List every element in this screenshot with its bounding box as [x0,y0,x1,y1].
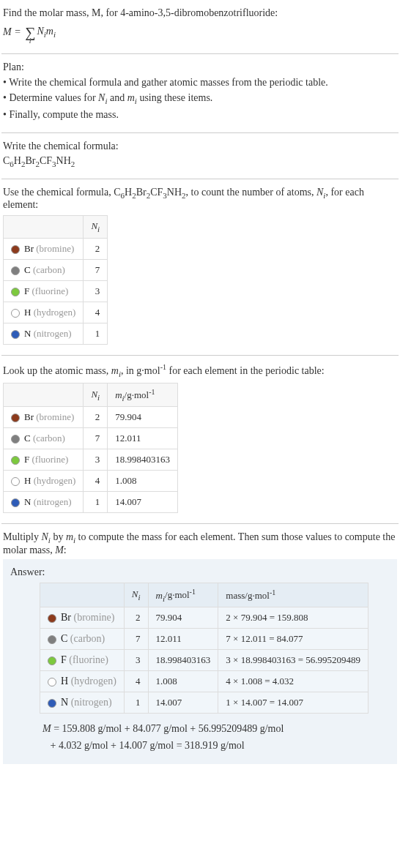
element-dot-icon [48,614,56,623]
lookup-ni-header: Ni [84,383,108,407]
mi-cell: 1.008 [108,471,178,492]
element-cell: C (carbon) [4,428,84,449]
element-dot-icon [11,435,20,444]
count-atoms-intro: Use the chemical formula, C6H2Br2CF3NH2,… [3,187,397,212]
table-row: F (fluorine)3 [4,281,108,302]
mass-cell: 1 × 14.007 = 14.007 [218,692,368,714]
final-eq-line2: + 4.032 g/mol + 14.007 g/mol = 318.919 g… [51,740,245,751]
element-dot-icon [11,309,20,318]
count-atoms-section: Use the chemical formula, C6H2Br2CF3NH2,… [1,179,399,355]
mult-d: : [64,545,67,555]
answer-block: Answer: Ni mi/g·mol-1 mass/g·mol-1 Br (b… [3,559,397,764]
mi-cell: 12.011 [108,428,178,449]
ni-cell: 1 [84,323,108,345]
table-row: Br (bromine)2 [4,239,108,260]
table-row: C (carbon)712.0117 × 12.011 = 84.077 [40,629,368,650]
element-cell: F (fluorine) [4,281,84,302]
table-row: C (carbon)7 [4,260,108,281]
table-row: N (nitrogen)1 [4,323,108,345]
intro-text: Find the molar mass, M, for 4-amino-3,5-… [3,7,278,18]
mult-b: by [51,531,66,542]
mass-cell: 4 × 1.008 = 4.032 [218,671,368,692]
ni-cell: 1 [84,492,108,513]
mi-cell: 14.007 [148,692,218,714]
element-cell: F (fluorine) [4,449,84,471]
ni-cell: 7 [84,428,108,449]
element-dot-icon [48,656,56,665]
mi-cell: 12.011 [148,629,218,650]
mi-cell: 18.998403163 [108,449,178,471]
ni-cell: 2 [84,239,108,260]
ni-cell: 7 [84,260,108,281]
element-dot-icon [11,288,20,296]
mass-cell: 2 × 79.904 = 159.808 [218,607,368,629]
element-cell: C (carbon) [40,629,125,650]
count-intro-a: Use the chemical formula, [3,187,114,198]
ni-cell: 3 [84,281,108,302]
ni-col-header: Ni [84,216,108,239]
write-formula-header: Write the chemical formula: [3,141,397,152]
chemical-formula: C6H2Br2CF3NH2 [3,155,397,168]
table-row: C (carbon)712.011 [4,428,178,449]
element-dot-icon [11,330,20,339]
plan-bullet-1: • Write the chemical formula and gather … [3,75,397,90]
table-row: F (fluorine)318.998403163 [4,449,178,471]
ni-cell: 4 [84,471,108,492]
mass-cell: 7 × 12.011 = 84.077 [218,629,368,650]
table-row: N (nitrogen)114.0071 × 14.007 = 14.007 [40,692,368,714]
plan-section: Plan: • Write the chemical formula and g… [1,53,399,132]
ni-cell: 2 [84,407,108,428]
mi-cell: 18.998403163 [148,650,218,671]
plan-bullet-2: • Determine values for Ni and mi using t… [3,90,397,107]
element-dot-icon [11,245,20,254]
element-dot-icon [11,456,20,465]
mi-cell: 79.904 [148,607,218,629]
element-cell: H (hydrogen) [40,671,125,692]
element-cell: F (fluorine) [40,650,125,671]
mi-cell: 79.904 [108,407,178,428]
element-dot-icon [11,498,20,507]
ni-cell: 4 [124,671,148,692]
element-dot-icon [11,266,20,275]
mi-cell: 14.007 [108,492,178,513]
ni-cell: 4 [84,302,108,323]
answer-label: Answer: [10,566,390,578]
mi-cell: 1.008 [148,671,218,692]
ni-cell: 7 [124,629,148,650]
table-row: Br (bromine)279.904 [4,407,178,428]
answer-table: Ni mi/g·mol-1 mass/g·mol-1 Br (bromine)2… [40,583,368,714]
answer-mi-header: mi/g·mol-1 [148,583,218,607]
plan-header: Plan: [3,61,397,73]
ni-cell: 3 [84,449,108,471]
element-cell: H (hydrogen) [4,302,84,323]
mass-cell: 3 × 18.998403163 = 56.995209489 [218,650,368,671]
plan-bullet-3: • Finally, compute the mass. [3,107,397,122]
multiply-section: Multiply Ni by mi to compute the mass fo… [1,523,399,774]
lookup-intro: Look up the atomic mass, mi, in g·mol-1 … [3,363,397,378]
table-row: H (hydrogen)4 [4,302,108,323]
ni-cell: 3 [124,650,148,671]
element-dot-icon [48,678,56,686]
element-dot-icon [11,414,20,422]
element-cell: Br (bromine) [4,239,84,260]
write-formula-section: Write the chemical formula: C6H2Br2CF3NH… [1,132,399,179]
element-cell: N (nitrogen) [40,692,125,714]
table-row: H (hydrogen)41.0084 × 1.008 = 4.032 [40,671,368,692]
element-dot-icon [48,699,56,708]
intro-section: Find the molar mass, M, for 4-amino-3,5-… [1,3,399,53]
table-row: F (fluorine)318.9984031633 × 18.99840316… [40,650,368,671]
lookup-mi-header: mi/g·mol-1 [108,383,178,407]
answer-mass-header: mass/g·mol-1 [218,583,368,607]
element-cell: H (hydrogen) [4,471,84,492]
element-cell: N (nitrogen) [4,492,84,513]
ni-cell: 1 [124,692,148,714]
multiply-intro: Multiply Ni by mi to compute the mass fo… [3,531,397,556]
intro-line: Find the molar mass, M, for 4-amino-3,5-… [3,6,397,20]
final-equation: M = 159.808 g/mol + 84.077 g/mol + 56.99… [40,721,390,754]
mult-a: Multiply [3,531,42,542]
lookup-intro-a: Look up the atomic mass, [3,365,111,376]
element-cell: Br (bromine) [4,407,84,428]
table-row: N (nitrogen)114.007 [4,492,178,513]
molar-mass-formula: M = ∑iNimi [3,22,397,43]
lookup-table: Ni mi/g·mol-1 Br (bromine)279.904C (carb… [3,383,178,514]
